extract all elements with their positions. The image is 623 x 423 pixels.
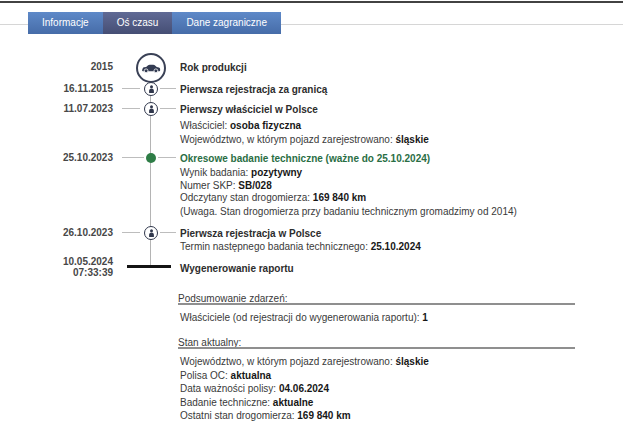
report-end-line	[127, 265, 171, 268]
tab-os-czasu[interactable]: Oś czasu	[103, 12, 173, 34]
detail-value: aktualne	[273, 397, 314, 408]
summary-item: Badanie techniczne: aktualne	[180, 397, 313, 408]
car-glyph	[141, 63, 161, 73]
event-detail: Wynik badania: pozytywny	[180, 167, 302, 178]
event-title: Okresowe badanie techniczne (ważne do 25…	[180, 153, 430, 164]
detail-label: (Uwaga. Stan drogomierza przy badaniu te…	[180, 206, 517, 217]
detail-value: 1	[422, 312, 428, 323]
event-title: Pierwszy właściciel w Polsce	[180, 104, 318, 115]
detail-label: Numer SKP:	[180, 180, 238, 191]
connector-line	[160, 88, 176, 89]
detail-label: Wynik badania:	[180, 167, 251, 178]
connector-line	[160, 108, 176, 109]
person-icon	[144, 226, 158, 240]
tab-informacje[interactable]: Informacje	[28, 12, 103, 34]
person-glyph	[148, 105, 155, 113]
event-date: 2015	[20, 62, 113, 72]
connector-line	[122, 108, 140, 109]
detail-label: Odczytany stan drogomierza:	[180, 192, 313, 203]
detail-label: Właściciel:	[180, 120, 230, 131]
detail-label: Właściciele (od rejestracji do wygenerow…	[180, 312, 422, 323]
car-icon	[136, 53, 166, 83]
summary-item: Polisa OC: aktualna	[180, 370, 271, 381]
detail-label: Województwo, w którym pojazd zarejestrow…	[180, 134, 395, 145]
event-detail: Województwo, w którym pojazd zarejestrow…	[180, 134, 429, 145]
summary-item: Województwo, w którym pojazd zarejestrow…	[180, 356, 429, 367]
detail-value: aktualna	[231, 370, 272, 381]
connector-line	[122, 232, 140, 233]
detail-label: Data ważności polisy:	[180, 383, 279, 394]
detail-label: Badanie techniczne:	[180, 397, 273, 408]
summary-rule	[178, 303, 575, 305]
detail-value: śląskie	[395, 356, 428, 367]
connector-line	[122, 88, 140, 89]
event-date: 11.07.2023	[20, 104, 113, 114]
tab-dane-zagraniczne[interactable]: Dane zagraniczne	[172, 12, 281, 34]
event-date: 10.05.202407:33:39	[20, 257, 113, 278]
report-time: 07:33:39	[20, 268, 113, 278]
detail-value: śląskie	[395, 134, 428, 145]
detail-value: pozytywny	[251, 167, 302, 178]
event-date: 16.11.2015	[20, 84, 113, 94]
detail-value: 169 840 km	[313, 192, 366, 203]
detail-value: 04.06.2024	[279, 383, 329, 394]
report-date: 10.05.2024	[63, 256, 113, 267]
detail-value: 169 840 km	[297, 410, 350, 421]
event-title: Rok produkcji	[180, 62, 247, 73]
event-title: Wygenerowanie raportu	[180, 263, 294, 274]
event-date: 26.10.2023	[20, 228, 113, 238]
connector-line	[158, 157, 176, 158]
summary-item: Ostatni stan drogomierza: 169 840 km	[180, 410, 351, 421]
event-detail: Właściciel: osoba fizyczna	[180, 120, 301, 131]
top-divider	[0, 1, 623, 3]
event-detail: (Uwaga. Stan drogomierza przy badaniu te…	[180, 206, 517, 217]
person-icon	[144, 102, 158, 116]
event-detail: Termin następnego badania technicznego: …	[180, 241, 421, 252]
detail-label: Polisa OC:	[180, 370, 231, 381]
event-detail: Numer SKP: SB/028	[180, 180, 272, 191]
detail-value: 25.10.2024	[371, 241, 421, 252]
event-title: Pierwsza rejestracja za granicą	[180, 84, 327, 95]
event-detail: Odczytany stan drogomierza: 169 840 km	[180, 192, 366, 203]
event-date: 25.10.2023	[20, 153, 113, 163]
connector-line	[160, 232, 176, 233]
person-glyph	[148, 85, 155, 93]
tab-bar: Informacje Oś czasu Dane zagraniczne	[28, 12, 281, 34]
summary-rule	[178, 347, 575, 349]
detail-label: Województwo, w którym pojazd zarejestrow…	[180, 356, 395, 367]
owners-line: Właściciele (od rejestracji do wygenerow…	[180, 312, 428, 323]
vehicle-history-report-page: Informacje Oś czasu Dane zagraniczne 201…	[0, 0, 623, 423]
detail-label: Ostatni stan drogomierza:	[180, 410, 297, 421]
event-title: Pierwsza rejestracja w Polsce	[180, 228, 321, 239]
detail-value: osoba fizyczna	[230, 120, 301, 131]
detail-value: SB/028	[238, 180, 271, 191]
summary-item: Data ważności polisy: 04.06.2024	[180, 383, 329, 394]
detail-label: Termin następnego badania technicznego:	[180, 241, 371, 252]
person-glyph	[148, 229, 155, 237]
person-icon	[144, 82, 158, 96]
connector-line	[122, 157, 144, 158]
event-dot	[146, 153, 156, 163]
